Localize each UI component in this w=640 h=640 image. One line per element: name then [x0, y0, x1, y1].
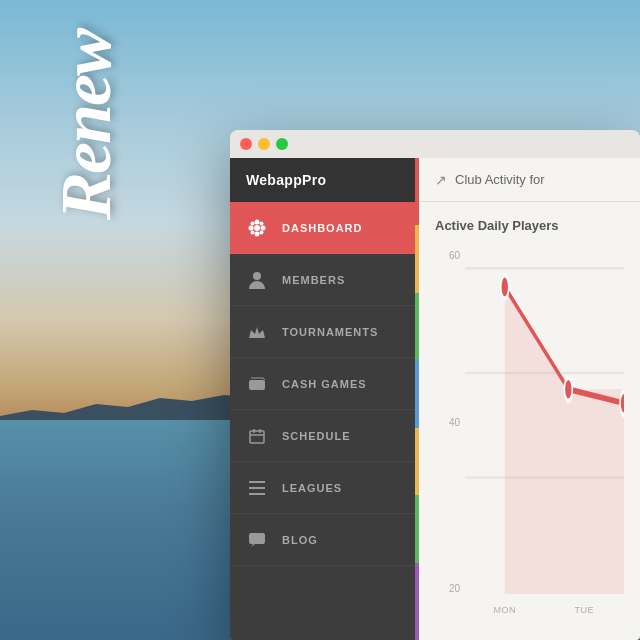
sidebar-item-tournaments[interactable]: TOURNAMENTS: [230, 306, 415, 358]
svg-point-23: [501, 275, 509, 298]
sidebar-item-label: SCHEDULE: [282, 430, 351, 442]
svg-point-7: [251, 230, 255, 234]
svg-point-8: [260, 230, 264, 234]
sidebar-item-label: DASHBOARD: [282, 222, 363, 234]
main-content: ↗ Club Activity for Active Daily Players…: [419, 158, 640, 640]
crown-icon: [246, 321, 268, 343]
svg-point-5: [251, 221, 255, 225]
y-label-20: 20: [435, 583, 460, 594]
flower-icon: [246, 217, 268, 239]
svg-point-24: [564, 378, 572, 401]
sidebar-header: WebappPro: [230, 158, 415, 202]
maximize-button[interactable]: [276, 138, 288, 150]
sidebar-item-dashboard[interactable]: DASHBOARD: [230, 202, 415, 254]
app-window: WebappPro: [230, 130, 640, 640]
sidebar: WebappPro: [230, 158, 415, 640]
trend-icon: ↗: [435, 172, 447, 188]
svg-point-4: [261, 225, 266, 230]
svg-point-3: [249, 225, 254, 230]
sidebar-item-blog[interactable]: BLOG: [230, 514, 415, 566]
brand-bold: Pro: [302, 172, 326, 188]
sidebar-item-cash-games[interactable]: CASH GAMES: [230, 358, 415, 410]
y-axis-labels: 60 40 20: [435, 245, 460, 594]
brand-logo: WebappPro: [246, 172, 326, 188]
brand-plain: Webapp: [246, 172, 302, 188]
comment-icon: [246, 529, 268, 551]
svg-rect-13: [249, 481, 265, 483]
title-bar: [230, 130, 640, 158]
svg-marker-20: [505, 287, 624, 594]
chart-area: Active Daily Players 60 40 20: [419, 202, 640, 640]
svg-rect-15: [249, 493, 265, 495]
sidebar-item-schedule[interactable]: SCHEDULE: [230, 410, 415, 462]
y-label-60: 60: [435, 250, 460, 261]
content-title: Club Activity for: [455, 172, 545, 187]
sidebar-item-label: CASH GAMES: [282, 378, 367, 390]
svg-rect-14: [249, 487, 265, 489]
user-icon: [246, 269, 268, 291]
wallet-icon: [246, 373, 268, 395]
app-body: WebappPro: [230, 158, 640, 640]
minimize-button[interactable]: [258, 138, 270, 150]
svg-point-11: [261, 384, 264, 387]
calendar-icon: [246, 425, 268, 447]
x-axis-labels: MON TUE: [465, 599, 624, 624]
chart-svg: [465, 245, 624, 594]
chart-container: 60 40 20: [435, 245, 624, 624]
sidebar-nav: DASHBOARD MEMBERS: [230, 202, 415, 640]
close-button[interactable]: [240, 138, 252, 150]
x-label-tue: TUE: [545, 599, 625, 624]
chart-title: Active Daily Players: [435, 218, 624, 233]
svg-point-1: [255, 219, 260, 224]
renew-logo: Renew: [50, 30, 122, 220]
sidebar-item-label: LEAGUES: [282, 482, 342, 494]
svg-rect-16: [249, 533, 265, 544]
sidebar-item-leagues[interactable]: LEAGUES: [230, 462, 415, 514]
svg-rect-12: [250, 431, 264, 443]
list-icon: [246, 477, 268, 499]
x-label-mon: MON: [465, 599, 545, 624]
content-header: ↗ Club Activity for: [419, 158, 640, 202]
sidebar-item-label: MEMBERS: [282, 274, 345, 286]
svg-point-9: [253, 272, 261, 280]
sidebar-item-members[interactable]: MEMBERS: [230, 254, 415, 306]
svg-point-2: [255, 231, 260, 236]
svg-point-6: [260, 221, 264, 225]
sidebar-item-label: BLOG: [282, 534, 318, 546]
svg-point-25: [620, 392, 624, 415]
y-label-40: 40: [435, 417, 460, 428]
sidebar-item-label: TOURNAMENTS: [282, 326, 378, 338]
svg-point-0: [254, 225, 260, 231]
